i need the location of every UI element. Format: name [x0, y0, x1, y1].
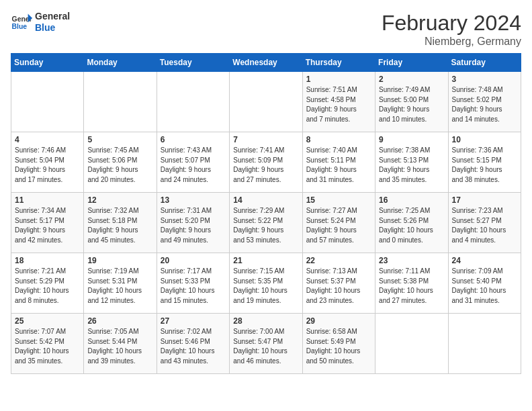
day-number: 1: [306, 75, 371, 84]
day-header-monday: Monday: [84, 54, 157, 72]
calendar-cell: 8Sunrise: 7:40 AM Sunset: 5:11 PM Daylig…: [302, 132, 375, 193]
calendar-cell: [11, 72, 84, 132]
day-number: 7: [233, 135, 298, 144]
day-number: 24: [452, 256, 517, 265]
title-area: February 2024 Niemberg, Germany: [382, 11, 521, 48]
day-number: 5: [87, 135, 152, 144]
day-info: Sunrise: 7:19 AM Sunset: 5:31 PM Dayligh…: [87, 267, 152, 306]
day-info: Sunrise: 7:48 AM Sunset: 5:02 PM Dayligh…: [452, 85, 517, 124]
calendar-cell: 18Sunrise: 7:21 AM Sunset: 5:29 PM Dayli…: [11, 253, 84, 314]
day-number: 12: [87, 195, 152, 205]
calendar-cell: 6Sunrise: 7:43 AM Sunset: 5:07 PM Daylig…: [157, 132, 229, 193]
calendar-cell: 23Sunrise: 7:11 AM Sunset: 5:38 PM Dayli…: [375, 253, 448, 314]
calendar-cell: 12Sunrise: 7:32 AM Sunset: 5:18 PM Dayli…: [84, 193, 157, 253]
day-number: 9: [379, 135, 444, 144]
day-number: 14: [233, 195, 298, 205]
day-info: Sunrise: 7:36 AM Sunset: 5:15 PM Dayligh…: [452, 146, 517, 185]
day-info: Sunrise: 7:51 AM Sunset: 4:58 PM Dayligh…: [306, 85, 371, 124]
day-info: Sunrise: 7:21 AM Sunset: 5:29 PM Dayligh…: [15, 267, 80, 306]
day-number: 28: [233, 316, 298, 326]
day-info: Sunrise: 7:07 AM Sunset: 5:42 PM Dayligh…: [15, 327, 80, 366]
day-header-wednesday: Wednesday: [230, 54, 302, 72]
calendar-cell: 21Sunrise: 7:15 AM Sunset: 5:35 PM Dayli…: [230, 253, 302, 314]
calendar-cell: 17Sunrise: 7:23 AM Sunset: 5:27 PM Dayli…: [448, 193, 521, 253]
calendar-cell: 16Sunrise: 7:25 AM Sunset: 5:26 PM Dayli…: [375, 193, 448, 253]
calendar-cell: 24Sunrise: 7:09 AM Sunset: 5:40 PM Dayli…: [448, 253, 521, 314]
calendar-cell: 14Sunrise: 7:29 AM Sunset: 5:22 PM Dayli…: [230, 193, 302, 253]
day-info: Sunrise: 7:11 AM Sunset: 5:38 PM Dayligh…: [379, 267, 444, 306]
calendar-cell: [448, 314, 521, 374]
day-number: 26: [87, 316, 152, 326]
day-header-saturday: Saturday: [448, 54, 521, 72]
calendar-cell: 27Sunrise: 7:02 AM Sunset: 5:46 PM Dayli…: [157, 314, 229, 374]
day-number: 15: [306, 195, 371, 205]
day-number: 19: [87, 256, 152, 265]
day-number: 20: [161, 256, 226, 265]
day-number: 23: [379, 256, 444, 265]
day-header-thursday: Thursday: [302, 54, 375, 72]
day-number: 21: [233, 256, 298, 265]
calendar-cell: 2Sunrise: 7:49 AM Sunset: 5:00 PM Daylig…: [375, 72, 448, 132]
day-number: 16: [379, 195, 444, 205]
calendar-cell: 28Sunrise: 7:00 AM Sunset: 5:47 PM Dayli…: [230, 314, 302, 374]
calendar-week-1: 1Sunrise: 7:51 AM Sunset: 4:58 PM Daylig…: [11, 72, 521, 132]
calendar-cell: 25Sunrise: 7:07 AM Sunset: 5:42 PM Dayli…: [11, 314, 84, 374]
day-info: Sunrise: 7:49 AM Sunset: 5:00 PM Dayligh…: [379, 85, 444, 124]
day-header-sunday: Sunday: [11, 54, 84, 72]
calendar-cell: [157, 72, 229, 132]
day-info: Sunrise: 7:34 AM Sunset: 5:17 PM Dayligh…: [15, 206, 80, 245]
day-info: Sunrise: 7:09 AM Sunset: 5:40 PM Dayligh…: [452, 267, 517, 306]
day-info: Sunrise: 6:58 AM Sunset: 5:49 PM Dayligh…: [306, 327, 371, 366]
calendar-cell: 15Sunrise: 7:27 AM Sunset: 5:24 PM Dayli…: [302, 193, 375, 253]
day-info: Sunrise: 7:46 AM Sunset: 5:04 PM Dayligh…: [15, 146, 80, 185]
day-number: 10: [452, 135, 517, 144]
day-info: Sunrise: 7:02 AM Sunset: 5:46 PM Dayligh…: [161, 327, 226, 366]
svg-text:Blue: Blue: [12, 23, 28, 30]
day-info: Sunrise: 7:27 AM Sunset: 5:24 PM Dayligh…: [306, 206, 371, 245]
day-info: Sunrise: 7:41 AM Sunset: 5:09 PM Dayligh…: [233, 146, 298, 185]
day-info: Sunrise: 7:31 AM Sunset: 5:20 PM Dayligh…: [161, 206, 226, 245]
month-title: February 2024: [382, 11, 521, 36]
calendar-table: SundayMondayTuesdayWednesdayThursdayFrid…: [11, 53, 521, 374]
day-info: Sunrise: 7:25 AM Sunset: 5:26 PM Dayligh…: [379, 206, 444, 245]
calendar-header-row: SundayMondayTuesdayWednesdayThursdayFrid…: [11, 54, 521, 72]
day-info: Sunrise: 7:38 AM Sunset: 5:13 PM Dayligh…: [379, 146, 444, 185]
day-info: Sunrise: 7:32 AM Sunset: 5:18 PM Dayligh…: [87, 206, 152, 245]
calendar-cell: 22Sunrise: 7:13 AM Sunset: 5:37 PM Dayli…: [302, 253, 375, 314]
logo-icon: General Blue: [11, 13, 32, 32]
day-header-tuesday: Tuesday: [157, 54, 229, 72]
calendar-cell: [375, 314, 448, 374]
day-info: Sunrise: 7:40 AM Sunset: 5:11 PM Dayligh…: [306, 146, 371, 185]
day-header-friday: Friday: [375, 54, 448, 72]
day-number: 29: [306, 316, 371, 326]
day-number: 13: [161, 195, 226, 205]
day-number: 2: [379, 75, 444, 84]
calendar-cell: [84, 72, 157, 132]
calendar-week-4: 18Sunrise: 7:21 AM Sunset: 5:29 PM Dayli…: [11, 253, 521, 314]
calendar-cell: 13Sunrise: 7:31 AM Sunset: 5:20 PM Dayli…: [157, 193, 229, 253]
page-header: General Blue General Blue February 2024 …: [11, 11, 521, 48]
day-info: Sunrise: 7:43 AM Sunset: 5:07 PM Dayligh…: [161, 146, 226, 185]
day-info: Sunrise: 7:45 AM Sunset: 5:06 PM Dayligh…: [87, 146, 152, 185]
calendar-cell: 29Sunrise: 6:58 AM Sunset: 5:49 PM Dayli…: [302, 314, 375, 374]
calendar-cell: 3Sunrise: 7:48 AM Sunset: 5:02 PM Daylig…: [448, 72, 521, 132]
day-info: Sunrise: 7:23 AM Sunset: 5:27 PM Dayligh…: [452, 206, 517, 245]
day-number: 11: [15, 195, 80, 205]
day-number: 22: [306, 256, 371, 265]
day-info: Sunrise: 7:13 AM Sunset: 5:37 PM Dayligh…: [306, 267, 371, 306]
logo-general: General: [35, 11, 70, 22]
day-number: 25: [15, 316, 80, 326]
calendar-cell: 1Sunrise: 7:51 AM Sunset: 4:58 PM Daylig…: [302, 72, 375, 132]
logo: General Blue General Blue: [11, 11, 70, 34]
day-number: 27: [161, 316, 226, 326]
calendar-body: 1Sunrise: 7:51 AM Sunset: 4:58 PM Daylig…: [11, 72, 521, 374]
calendar-cell: [230, 72, 302, 132]
day-number: 3: [452, 75, 517, 84]
day-info: Sunrise: 7:15 AM Sunset: 5:35 PM Dayligh…: [233, 267, 298, 306]
day-number: 6: [161, 135, 226, 144]
calendar-cell: 26Sunrise: 7:05 AM Sunset: 5:44 PM Dayli…: [84, 314, 157, 374]
calendar-week-2: 4Sunrise: 7:46 AM Sunset: 5:04 PM Daylig…: [11, 132, 521, 193]
day-number: 8: [306, 135, 371, 144]
calendar-cell: 11Sunrise: 7:34 AM Sunset: 5:17 PM Dayli…: [11, 193, 84, 253]
calendar-cell: 7Sunrise: 7:41 AM Sunset: 5:09 PM Daylig…: [230, 132, 302, 193]
